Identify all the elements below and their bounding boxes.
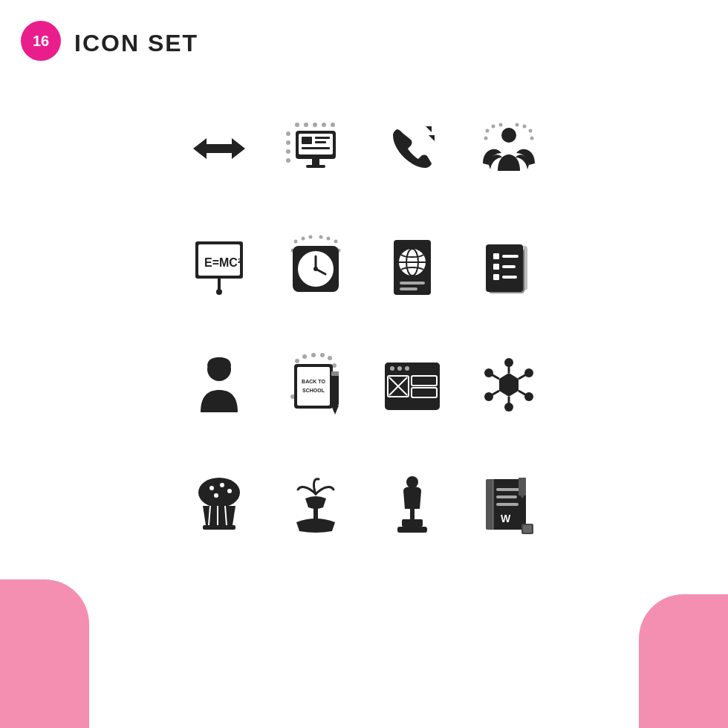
- svg-marker-0: [193, 138, 245, 159]
- icon-cupcake: [175, 453, 264, 557]
- svg-point-8: [286, 149, 290, 154]
- svg-point-99: [524, 392, 533, 401]
- svg-point-67: [328, 356, 332, 360]
- svg-rect-57: [502, 255, 519, 258]
- svg-marker-76: [331, 406, 339, 415]
- svg-rect-16: [312, 159, 319, 165]
- icon-monitor-display: [271, 97, 360, 201]
- svg-point-21: [492, 125, 495, 129]
- badge: 16: [21, 21, 61, 61]
- svg-point-2: [304, 123, 308, 127]
- svg-rect-52: [400, 287, 417, 290]
- svg-point-25: [529, 129, 533, 133]
- svg-rect-12: [302, 137, 312, 144]
- svg-rect-122: [496, 503, 519, 506]
- svg-point-97: [504, 358, 513, 367]
- svg-point-28: [501, 128, 516, 143]
- page-title: ICON SET: [74, 30, 198, 57]
- svg-rect-61: [502, 276, 517, 279]
- icon-fountain: [271, 453, 360, 557]
- svg-point-66: [320, 353, 325, 357]
- pink-corner-left: [0, 579, 89, 728]
- svg-text:BACK TO: BACK TO: [302, 379, 325, 384]
- svg-rect-115: [402, 519, 423, 527]
- svg-point-104: [209, 486, 214, 490]
- icons-grid: E=MC²: [171, 89, 557, 565]
- svg-point-102: [484, 368, 493, 377]
- svg-rect-75: [331, 371, 339, 406]
- svg-rect-59: [502, 265, 516, 268]
- svg-point-83: [405, 366, 409, 371]
- svg-point-26: [530, 137, 534, 140]
- icon-molecule-hex: [464, 334, 553, 438]
- svg-point-7: [286, 140, 290, 145]
- svg-rect-58: [493, 264, 499, 270]
- svg-rect-118: [486, 479, 493, 530]
- badge-number: 16: [33, 33, 49, 50]
- icon-passport-globe: [368, 215, 457, 319]
- svg-rect-15: [302, 147, 330, 149]
- svg-point-23: [516, 123, 519, 127]
- svg-point-20: [486, 129, 490, 133]
- svg-point-107: [214, 493, 218, 498]
- svg-marker-18: [426, 126, 432, 132]
- svg-marker-19: [429, 135, 435, 141]
- svg-text:E=MC²: E=MC²: [204, 256, 241, 269]
- svg-text:W: W: [501, 513, 511, 524]
- icon-back-to-school: BACK TO SCHOOL: [271, 334, 360, 438]
- svg-rect-121: [496, 495, 517, 498]
- svg-rect-111: [203, 525, 235, 530]
- svg-rect-80: [385, 371, 440, 374]
- svg-point-105: [220, 483, 224, 487]
- svg-point-3: [313, 123, 317, 127]
- svg-rect-120: [496, 488, 521, 491]
- svg-marker-90: [499, 373, 519, 397]
- icon-window-grid: [368, 334, 457, 438]
- svg-point-63: [295, 359, 299, 363]
- svg-point-37: [319, 235, 323, 239]
- icon-document-layers: [464, 215, 553, 319]
- svg-point-35: [302, 237, 305, 241]
- svg-point-65: [311, 353, 316, 357]
- svg-rect-116: [397, 527, 427, 533]
- svg-point-24: [523, 125, 527, 129]
- svg-rect-32: [218, 279, 221, 290]
- svg-point-39: [334, 240, 338, 244]
- svg-point-113: [406, 476, 418, 488]
- icon-phone-call: [368, 97, 457, 201]
- icon-person-nature: [464, 97, 553, 201]
- svg-point-9: [286, 158, 290, 163]
- svg-point-101: [484, 392, 493, 401]
- svg-point-100: [504, 403, 513, 412]
- svg-point-106: [227, 489, 232, 493]
- svg-point-4: [322, 123, 326, 127]
- svg-point-27: [484, 137, 488, 140]
- icon-female-user: [175, 334, 264, 438]
- svg-point-46: [313, 267, 318, 271]
- svg-rect-128: [523, 525, 532, 533]
- svg-rect-114: [410, 509, 415, 519]
- svg-point-81: [390, 366, 394, 371]
- svg-rect-17: [306, 165, 325, 168]
- svg-rect-60: [493, 274, 499, 280]
- icon-formula-board: E=MC²: [175, 215, 264, 319]
- svg-rect-72: [297, 367, 330, 406]
- svg-point-5: [331, 123, 335, 127]
- svg-rect-77: [331, 371, 339, 376]
- icon-horizontal-resize: [175, 97, 264, 201]
- svg-point-6: [286, 131, 290, 136]
- svg-rect-14: [315, 141, 326, 143]
- svg-rect-56: [493, 253, 499, 259]
- svg-point-36: [309, 235, 313, 239]
- icon-oscar-trophy: [368, 453, 457, 557]
- svg-point-38: [327, 237, 331, 241]
- svg-point-98: [524, 368, 533, 377]
- svg-point-1: [295, 123, 299, 127]
- svg-text:SCHOOL: SCHOOL: [302, 388, 325, 393]
- svg-point-82: [397, 366, 402, 371]
- svg-point-22: [499, 123, 503, 127]
- icon-clock-square: [271, 215, 360, 319]
- icon-notebook-bookmark: W: [464, 453, 553, 557]
- svg-point-103: [198, 478, 240, 507]
- svg-point-64: [302, 354, 307, 359]
